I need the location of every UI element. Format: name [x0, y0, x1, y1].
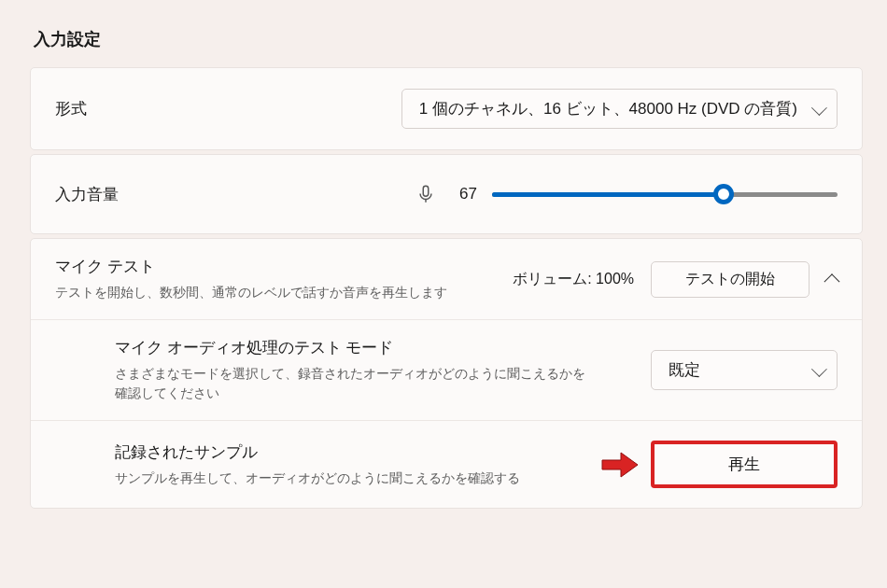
slider-fill [492, 192, 724, 197]
format-card: 形式 1 個のチャネル、16 ビット、48000 Hz (DVD の音質) [30, 67, 863, 150]
start-test-button[interactable]: テストの開始 [651, 261, 810, 298]
format-label: 形式 [55, 98, 204, 119]
format-dropdown-value: 1 個のチャネル、16 ビット、48000 Hz (DVD の音質) [419, 98, 797, 119]
chevron-down-icon [811, 361, 827, 377]
recorded-sample-row: 記録されたサンプル サンプルを再生して、オーディオがどのように聞こえるかを確認す… [31, 420, 862, 508]
processing-mode-desc: さまざまなモードを選択して、録音されたオーディオがどのように聞こえるかを確認して… [115, 364, 591, 403]
processing-mode-value: 既定 [669, 359, 700, 381]
recorded-sample-desc: サンプルを再生して、オーディオがどのように聞こえるかを確認する [115, 469, 582, 488]
section-title: 入力設定 [34, 28, 863, 50]
format-dropdown[interactable]: 1 個のチャネル、16 ビット、48000 Hz (DVD の音質) [401, 89, 838, 129]
microphone-icon [415, 184, 436, 204]
mic-test-header: マイク テスト テストを開始し、数秒間、通常のレベルで話すか音声を再生します ボ… [31, 239, 862, 319]
input-volume-label: 入力音量 [55, 184, 204, 205]
slider-thumb[interactable] [713, 184, 734, 204]
processing-mode-title: マイク オーディオ処理のテスト モード [115, 337, 632, 358]
mic-test-desc: テストを開始し、数秒間、通常のレベルで話すか音声を再生します [55, 283, 447, 302]
input-settings-section: 入力設定 形式 1 個のチャネル、16 ビット、48000 Hz (DVD の音… [0, 0, 887, 527]
annotation-arrow-icon [600, 449, 640, 481]
input-volume-slider[interactable] [492, 184, 838, 204]
input-volume-value: 67 [451, 185, 477, 203]
mic-test-title: マイク テスト [55, 256, 496, 277]
recorded-sample-title: 記録されたサンプル [115, 441, 582, 463]
processing-mode-dropdown[interactable]: 既定 [651, 350, 838, 390]
input-volume-card: 入力音量 67 [30, 154, 863, 234]
svg-rect-0 [423, 186, 429, 196]
play-sample-button[interactable]: 再生 [651, 441, 838, 488]
settings-scroll-area[interactable]: 入力設定 形式 1 個のチャネル、16 ビット、48000 Hz (DVD の音… [0, 0, 887, 588]
chevron-down-icon [811, 100, 827, 116]
chevron-up-icon[interactable] [824, 273, 840, 289]
mic-test-volume-status: ボリューム: 100% [513, 270, 634, 289]
processing-mode-row: マイク オーディオ処理のテスト モード さまざまなモードを選択して、録音されたオ… [31, 319, 862, 420]
mic-test-card: マイク テスト テストを開始し、数秒間、通常のレベルで話すか音声を再生します ボ… [30, 238, 863, 509]
